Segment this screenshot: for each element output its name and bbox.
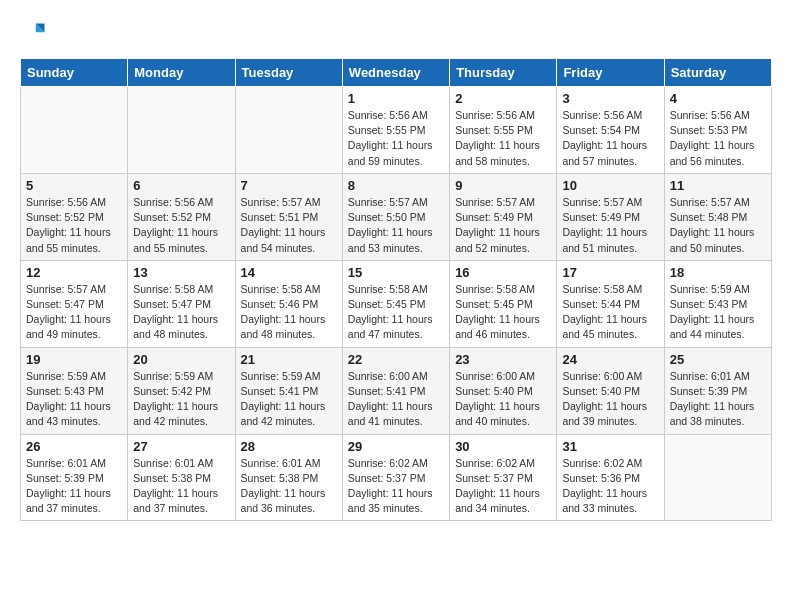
day-number: 17 (562, 265, 658, 280)
cell-info: Sunrise: 5:59 AM Sunset: 5:42 PM Dayligh… (133, 369, 229, 430)
cell-info: Sunrise: 5:57 AM Sunset: 5:49 PM Dayligh… (455, 195, 551, 256)
cell-info: Sunrise: 5:56 AM Sunset: 5:52 PM Dayligh… (133, 195, 229, 256)
calendar-cell: 1Sunrise: 5:56 AM Sunset: 5:55 PM Daylig… (342, 87, 449, 174)
cell-info: Sunrise: 5:57 AM Sunset: 5:47 PM Dayligh… (26, 282, 122, 343)
calendar-cell (664, 434, 771, 521)
calendar-cell: 29Sunrise: 6:02 AM Sunset: 5:37 PM Dayli… (342, 434, 449, 521)
cell-info: Sunrise: 5:56 AM Sunset: 5:53 PM Dayligh… (670, 108, 766, 169)
weekday-header-saturday: Saturday (664, 59, 771, 87)
cell-info: Sunrise: 6:00 AM Sunset: 5:40 PM Dayligh… (455, 369, 551, 430)
weekday-header-thursday: Thursday (450, 59, 557, 87)
cell-info: Sunrise: 6:01 AM Sunset: 5:38 PM Dayligh… (241, 456, 337, 517)
day-number: 22 (348, 352, 444, 367)
logo-icon (20, 20, 48, 48)
calendar-cell: 13Sunrise: 5:58 AM Sunset: 5:47 PM Dayli… (128, 260, 235, 347)
week-row-2: 5Sunrise: 5:56 AM Sunset: 5:52 PM Daylig… (21, 173, 772, 260)
cell-info: Sunrise: 5:56 AM Sunset: 5:55 PM Dayligh… (455, 108, 551, 169)
calendar-cell: 9Sunrise: 5:57 AM Sunset: 5:49 PM Daylig… (450, 173, 557, 260)
cell-info: Sunrise: 6:00 AM Sunset: 5:41 PM Dayligh… (348, 369, 444, 430)
logo (20, 20, 52, 48)
cell-info: Sunrise: 6:01 AM Sunset: 5:39 PM Dayligh… (670, 369, 766, 430)
calendar-table: SundayMondayTuesdayWednesdayThursdayFrid… (20, 58, 772, 521)
calendar-cell: 23Sunrise: 6:00 AM Sunset: 5:40 PM Dayli… (450, 347, 557, 434)
cell-info: Sunrise: 5:59 AM Sunset: 5:43 PM Dayligh… (670, 282, 766, 343)
day-number: 14 (241, 265, 337, 280)
day-number: 30 (455, 439, 551, 454)
day-number: 3 (562, 91, 658, 106)
calendar-cell: 24Sunrise: 6:00 AM Sunset: 5:40 PM Dayli… (557, 347, 664, 434)
day-number: 8 (348, 178, 444, 193)
week-row-3: 12Sunrise: 5:57 AM Sunset: 5:47 PM Dayli… (21, 260, 772, 347)
day-number: 29 (348, 439, 444, 454)
weekday-header-wednesday: Wednesday (342, 59, 449, 87)
calendar-cell: 6Sunrise: 5:56 AM Sunset: 5:52 PM Daylig… (128, 173, 235, 260)
calendar-cell: 16Sunrise: 5:58 AM Sunset: 5:45 PM Dayli… (450, 260, 557, 347)
day-number: 11 (670, 178, 766, 193)
day-number: 10 (562, 178, 658, 193)
calendar-cell: 10Sunrise: 5:57 AM Sunset: 5:49 PM Dayli… (557, 173, 664, 260)
calendar-cell: 25Sunrise: 6:01 AM Sunset: 5:39 PM Dayli… (664, 347, 771, 434)
calendar-cell: 19Sunrise: 5:59 AM Sunset: 5:43 PM Dayli… (21, 347, 128, 434)
weekday-header-tuesday: Tuesday (235, 59, 342, 87)
day-number: 31 (562, 439, 658, 454)
calendar-cell: 18Sunrise: 5:59 AM Sunset: 5:43 PM Dayli… (664, 260, 771, 347)
cell-info: Sunrise: 5:56 AM Sunset: 5:54 PM Dayligh… (562, 108, 658, 169)
cell-info: Sunrise: 6:01 AM Sunset: 5:39 PM Dayligh… (26, 456, 122, 517)
day-number: 16 (455, 265, 551, 280)
day-number: 27 (133, 439, 229, 454)
page-header (20, 20, 772, 48)
cell-info: Sunrise: 5:57 AM Sunset: 5:49 PM Dayligh… (562, 195, 658, 256)
cell-info: Sunrise: 5:58 AM Sunset: 5:46 PM Dayligh… (241, 282, 337, 343)
calendar-cell: 28Sunrise: 6:01 AM Sunset: 5:38 PM Dayli… (235, 434, 342, 521)
calendar-cell (128, 87, 235, 174)
weekday-header-friday: Friday (557, 59, 664, 87)
cell-info: Sunrise: 6:00 AM Sunset: 5:40 PM Dayligh… (562, 369, 658, 430)
day-number: 13 (133, 265, 229, 280)
week-row-1: 1Sunrise: 5:56 AM Sunset: 5:55 PM Daylig… (21, 87, 772, 174)
calendar-cell: 21Sunrise: 5:59 AM Sunset: 5:41 PM Dayli… (235, 347, 342, 434)
calendar-cell: 17Sunrise: 5:58 AM Sunset: 5:44 PM Dayli… (557, 260, 664, 347)
cell-info: Sunrise: 6:02 AM Sunset: 5:37 PM Dayligh… (348, 456, 444, 517)
weekday-header-row: SundayMondayTuesdayWednesdayThursdayFrid… (21, 59, 772, 87)
calendar-cell: 12Sunrise: 5:57 AM Sunset: 5:47 PM Dayli… (21, 260, 128, 347)
cell-info: Sunrise: 5:59 AM Sunset: 5:43 PM Dayligh… (26, 369, 122, 430)
calendar-cell: 15Sunrise: 5:58 AM Sunset: 5:45 PM Dayli… (342, 260, 449, 347)
day-number: 5 (26, 178, 122, 193)
day-number: 25 (670, 352, 766, 367)
calendar-cell: 4Sunrise: 5:56 AM Sunset: 5:53 PM Daylig… (664, 87, 771, 174)
day-number: 12 (26, 265, 122, 280)
day-number: 18 (670, 265, 766, 280)
calendar-cell: 5Sunrise: 5:56 AM Sunset: 5:52 PM Daylig… (21, 173, 128, 260)
calendar-cell: 7Sunrise: 5:57 AM Sunset: 5:51 PM Daylig… (235, 173, 342, 260)
calendar-cell: 3Sunrise: 5:56 AM Sunset: 5:54 PM Daylig… (557, 87, 664, 174)
cell-info: Sunrise: 5:58 AM Sunset: 5:44 PM Dayligh… (562, 282, 658, 343)
calendar-cell (21, 87, 128, 174)
calendar-cell: 27Sunrise: 6:01 AM Sunset: 5:38 PM Dayli… (128, 434, 235, 521)
weekday-header-monday: Monday (128, 59, 235, 87)
weekday-header-sunday: Sunday (21, 59, 128, 87)
calendar-cell: 22Sunrise: 6:00 AM Sunset: 5:41 PM Dayli… (342, 347, 449, 434)
week-row-5: 26Sunrise: 6:01 AM Sunset: 5:39 PM Dayli… (21, 434, 772, 521)
week-row-4: 19Sunrise: 5:59 AM Sunset: 5:43 PM Dayli… (21, 347, 772, 434)
cell-info: Sunrise: 5:58 AM Sunset: 5:45 PM Dayligh… (348, 282, 444, 343)
day-number: 20 (133, 352, 229, 367)
cell-info: Sunrise: 5:58 AM Sunset: 5:45 PM Dayligh… (455, 282, 551, 343)
calendar-cell: 31Sunrise: 6:02 AM Sunset: 5:36 PM Dayli… (557, 434, 664, 521)
calendar-cell: 2Sunrise: 5:56 AM Sunset: 5:55 PM Daylig… (450, 87, 557, 174)
cell-info: Sunrise: 5:57 AM Sunset: 5:50 PM Dayligh… (348, 195, 444, 256)
cell-info: Sunrise: 6:01 AM Sunset: 5:38 PM Dayligh… (133, 456, 229, 517)
day-number: 21 (241, 352, 337, 367)
day-number: 4 (670, 91, 766, 106)
calendar-cell: 8Sunrise: 5:57 AM Sunset: 5:50 PM Daylig… (342, 173, 449, 260)
cell-info: Sunrise: 6:02 AM Sunset: 5:37 PM Dayligh… (455, 456, 551, 517)
cell-info: Sunrise: 5:56 AM Sunset: 5:52 PM Dayligh… (26, 195, 122, 256)
cell-info: Sunrise: 5:57 AM Sunset: 5:48 PM Dayligh… (670, 195, 766, 256)
cell-info: Sunrise: 5:58 AM Sunset: 5:47 PM Dayligh… (133, 282, 229, 343)
cell-info: Sunrise: 5:57 AM Sunset: 5:51 PM Dayligh… (241, 195, 337, 256)
cell-info: Sunrise: 5:56 AM Sunset: 5:55 PM Dayligh… (348, 108, 444, 169)
calendar-cell: 14Sunrise: 5:58 AM Sunset: 5:46 PM Dayli… (235, 260, 342, 347)
day-number: 19 (26, 352, 122, 367)
day-number: 24 (562, 352, 658, 367)
day-number: 26 (26, 439, 122, 454)
day-number: 9 (455, 178, 551, 193)
